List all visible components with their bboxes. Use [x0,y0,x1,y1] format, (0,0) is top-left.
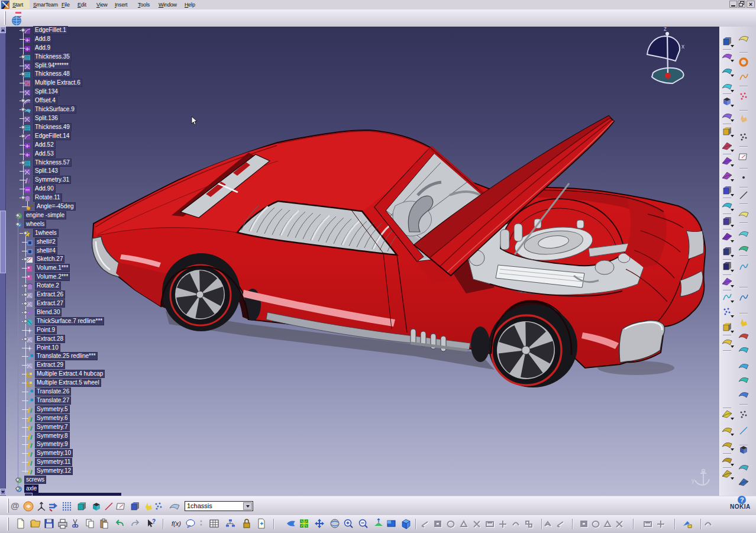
svg-text:f(x): f(x) [172,520,181,527]
svg-text:z: z [664,25,667,32]
svg-text:y: y [692,477,694,484]
svg-text:?: ? [152,518,156,525]
svg-text:x: x [681,43,684,50]
svg-text:?: ? [740,496,744,503]
